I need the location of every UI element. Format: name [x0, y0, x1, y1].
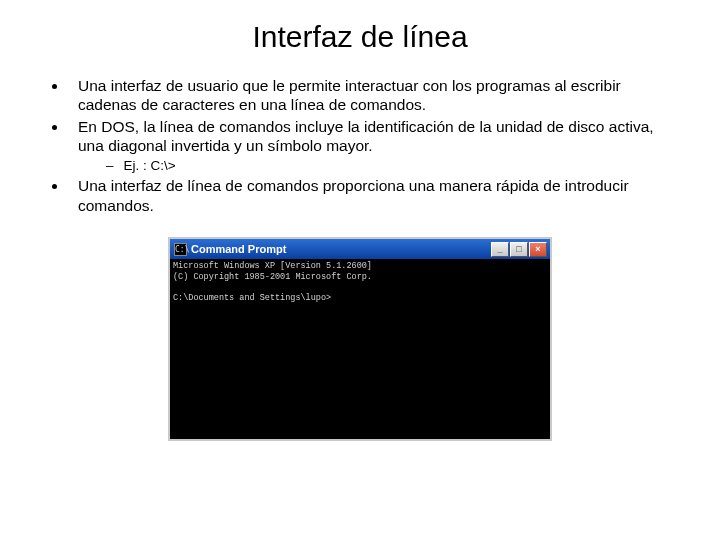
slide-title: Interfaz de línea — [40, 20, 680, 54]
bullet-item: Una interfaz de usuario que le permite i… — [68, 76, 680, 115]
sub-bullet-list: Ej. : C:\> — [78, 158, 680, 175]
bullet-item: En DOS, la línea de comandos incluye la … — [68, 117, 680, 175]
terminal-output: Microsoft Windows XP [Version 5.1.2600] … — [170, 259, 550, 439]
command-prompt-window: C:\ Command Prompt _ □ × Microsoft Windo… — [168, 237, 552, 441]
bullet-list: Una interfaz de usuario que le permite i… — [40, 76, 680, 215]
terminal-line: Microsoft Windows XP [Version 5.1.2600] — [173, 261, 372, 271]
window-controls: _ □ × — [491, 242, 547, 257]
window-titlebar: C:\ Command Prompt _ □ × — [170, 239, 550, 259]
terminal-icon: C:\ — [174, 243, 187, 256]
bullet-item: Una interfaz de línea de comandos propor… — [68, 176, 680, 215]
screenshot-container: C:\ Command Prompt _ □ × Microsoft Windo… — [40, 237, 680, 441]
terminal-line: (C) Copyright 1985-2001 Microsoft Corp. — [173, 272, 372, 282]
terminal-prompt: C:\Documents and Settings\lupo> — [173, 293, 331, 303]
close-button[interactable]: × — [529, 242, 547, 257]
minimize-button[interactable]: _ — [491, 242, 509, 257]
bullet-text: En DOS, la línea de comandos incluye la … — [78, 118, 654, 154]
sub-bullet-item: Ej. : C:\> — [106, 158, 680, 175]
maximize-button[interactable]: □ — [510, 242, 528, 257]
window-title: Command Prompt — [191, 243, 487, 255]
